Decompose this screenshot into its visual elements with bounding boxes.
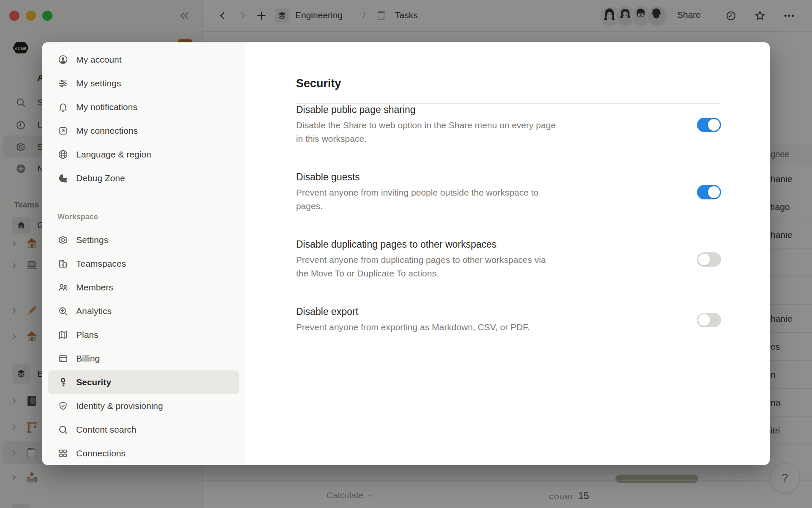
- globe-icon: [58, 149, 69, 160]
- toggle-knob: [698, 314, 710, 326]
- workspace-section-label: Workspace: [58, 213, 245, 221]
- toggle-disable-export[interactable]: [697, 313, 721, 327]
- setting-description: Prevent anyone from duplicating pages to…: [296, 253, 617, 280]
- buildings-icon: [58, 258, 69, 269]
- security-settings-panel: Security Disable public page sharing Dis…: [245, 42, 770, 465]
- settings-menu-item-debug-zone[interactable]: Debug Zone: [48, 166, 239, 190]
- settings-menu-item-billing[interactable]: Billing: [48, 347, 239, 370]
- app-root: Engineering / Tasks Share: [0, 0, 812, 508]
- settings-menu-item-connections[interactable]: Connections: [48, 442, 239, 465]
- sliders-icon: [58, 78, 69, 89]
- settings-menu-item-my-connections[interactable]: My connections: [48, 119, 239, 143]
- person-circle-icon: [58, 54, 69, 65]
- settings-menu-item-plans[interactable]: Plans: [48, 323, 239, 347]
- toggle-disable-guests[interactable]: [697, 185, 721, 199]
- setting-title: Disable export: [296, 306, 617, 318]
- settings-menu-item-settings[interactable]: Settings: [48, 228, 239, 252]
- grid-icon: [58, 448, 69, 459]
- gear-icon: [58, 235, 69, 246]
- shield-check-icon: [58, 400, 69, 411]
- setting-row-disable-export: Disable export Prevent anyone from expor…: [296, 306, 721, 334]
- menu-label: Members: [76, 282, 113, 293]
- setting-title: Disable duplicating pages to other works…: [296, 238, 617, 250]
- setting-row-disable-duplicating-pages: Disable duplicating pages to other works…: [296, 238, 721, 280]
- setting-row-disable-public-page-sharing: Disable public page sharing Disable the …: [296, 104, 721, 146]
- key-icon: [58, 377, 69, 388]
- menu-label: Settings: [76, 235, 108, 245]
- toggle-disable-public-page-sharing[interactable]: [697, 118, 721, 132]
- magnifier-plus-icon: [58, 306, 69, 317]
- settings-modal-sidebar: My account My settings My notifications …: [42, 42, 245, 465]
- toggle-knob: [708, 186, 720, 198]
- people-icon: [58, 282, 69, 293]
- settings-menu-item-language-region[interactable]: Language & region: [48, 143, 239, 166]
- page-title: Security: [296, 77, 721, 90]
- setting-row-disable-guests: Disable guests Prevent anyone from invit…: [296, 171, 721, 213]
- setting-description: Prevent anyone from inviting people outs…: [296, 186, 617, 213]
- map-icon: [58, 329, 69, 340]
- credit-card-icon: [58, 353, 69, 364]
- settings-menu-item-my-settings[interactable]: My settings: [48, 72, 239, 95]
- menu-label: Teamspaces: [76, 259, 126, 269]
- setting-title: Disable guests: [296, 171, 617, 183]
- settings-menu-item-analytics[interactable]: Analytics: [48, 299, 239, 323]
- settings-menu-item-teamspaces[interactable]: Teamspaces: [48, 252, 239, 276]
- settings-menu-item-my-notifications[interactable]: My notifications: [48, 95, 239, 119]
- settings-menu-item-security[interactable]: Security: [48, 370, 239, 394]
- setting-description: Prevent anyone from exporting as Markdow…: [296, 320, 617, 334]
- settings-menu-item-members[interactable]: Members: [48, 276, 239, 299]
- menu-label: Plans: [76, 330, 99, 340]
- menu-label: Language & region: [76, 149, 151, 160]
- menu-label: Content search: [76, 425, 136, 435]
- settings-modal: My account My settings My notifications …: [42, 42, 770, 465]
- menu-label: Billing: [76, 353, 100, 364]
- menu-label: Analytics: [76, 306, 112, 316]
- toggle-disable-duplicating-pages[interactable]: [697, 252, 721, 267]
- toggle-knob: [698, 254, 710, 265]
- setting-description: Disable the Share to web option in the S…: [296, 119, 617, 146]
- menu-label: My notifications: [76, 102, 137, 112]
- arrow-up-right-square-icon: [58, 125, 69, 136]
- menu-label: Identity & provisioning: [76, 401, 163, 411]
- menu-label: My connections: [76, 126, 138, 136]
- menu-label: Debug Zone: [76, 173, 125, 183]
- settings-menu-item-my-account[interactable]: My account: [48, 48, 239, 72]
- search-icon: [58, 424, 69, 435]
- toggle-knob: [708, 119, 720, 131]
- menu-label: Security: [76, 377, 111, 387]
- menu-label: My settings: [76, 78, 121, 88]
- setting-title: Disable public page sharing: [296, 104, 617, 116]
- settings-menu-item-content-search[interactable]: Content search: [48, 418, 239, 442]
- menu-label: My account: [76, 55, 121, 65]
- settings-menu-item-identity-provisioning[interactable]: Identity & provisioning: [48, 394, 239, 418]
- bell-icon: [58, 102, 69, 113]
- menu-label: Connections: [76, 448, 126, 458]
- shapes-icon: [58, 173, 69, 184]
